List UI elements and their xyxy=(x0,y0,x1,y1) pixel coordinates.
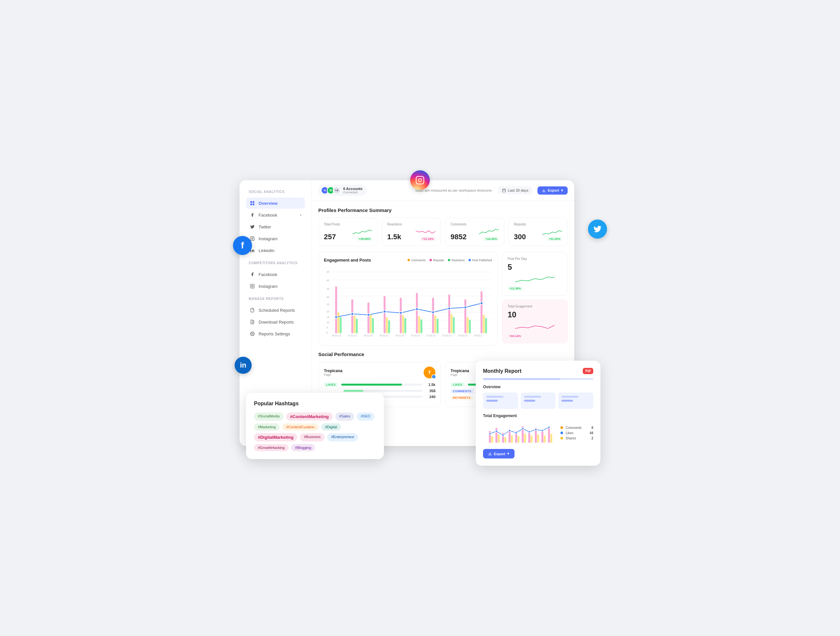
social-logo-container-0: T f xyxy=(424,366,436,379)
sidebar-item-comp-facebook[interactable]: Facebook xyxy=(246,269,305,280)
facebook-sidebar-label: Facebook xyxy=(259,213,277,218)
report-export-button[interactable]: Export ▾ xyxy=(483,449,515,458)
svg-text:30-01-22: 30-01-22 xyxy=(395,335,404,337)
sidebar-item-instagram[interactable]: Instagram xyxy=(246,233,305,244)
hashtag-chip-7[interactable]: #DigitalMarketing xyxy=(254,433,297,441)
svg-point-74 xyxy=(432,311,434,314)
linkedin-sidebar-label: Linkedin xyxy=(259,248,274,253)
social-card-info-0: Tropicana Page xyxy=(324,369,343,376)
monthly-chart-svg xyxy=(483,421,557,444)
stat-trend-2: +24.45% xyxy=(479,228,499,241)
sidebar-item-facebook[interactable]: Facebook ▾ xyxy=(246,209,305,221)
hashtag-chip-10[interactable]: #GrowthHacking xyxy=(254,444,289,451)
hashtag-chip-9[interactable]: #Enterpreneur xyxy=(327,433,358,441)
hashtag-chip-5[interactable]: #ContentCuration xyxy=(282,423,318,431)
download-reports-label: Download Reports xyxy=(259,320,294,325)
instagram-icon[interactable] xyxy=(410,170,430,190)
hashtag-chip-0[interactable]: #SocialMedia xyxy=(254,412,284,421)
sidebar-item-download-reports[interactable]: Download Reports xyxy=(246,316,305,328)
social-card-header-0: Tropicana Page T f xyxy=(324,366,436,379)
manage-reports-section: MANAGE REPORTS xyxy=(246,297,305,301)
linkedin-letter: in xyxy=(240,361,246,369)
export-chevron: ▾ xyxy=(561,188,563,193)
sidebar-item-scheduled-reports[interactable]: Scheduled Reports xyxy=(246,305,305,316)
retweets-value-0: 240 xyxy=(426,395,436,399)
eng-label-shares: Shares xyxy=(566,437,589,440)
hashtags-panel: Popular Hashtags #SocialMedia #ContentMa… xyxy=(246,393,384,459)
report-download-icon xyxy=(488,452,492,456)
svg-rect-39 xyxy=(351,299,354,333)
eng-label-comments: Comments xyxy=(566,426,589,429)
post-per-day-value: 5 xyxy=(508,262,562,272)
facebook-letter: f xyxy=(241,240,244,251)
svg-rect-43 xyxy=(416,293,418,333)
svg-point-75 xyxy=(448,307,450,310)
stat-label-1: Reactions xyxy=(387,223,436,226)
hashtag-chip-3[interactable]: #SEO xyxy=(357,412,374,421)
metric-row-likes-0: LIKES 1.5k xyxy=(324,382,436,387)
svg-point-68 xyxy=(335,316,337,318)
hashtag-chip-1[interactable]: #ContentMarketing xyxy=(286,412,333,421)
svg-text:27-01-22: 27-01-22 xyxy=(348,335,357,337)
legend-label-comments: Comments xyxy=(411,259,426,262)
svg-text:03-02-22: 03-02-22 xyxy=(458,335,467,337)
monthly-report-panel: Monthly Report Pdf Overview Total Engage… xyxy=(476,361,600,466)
svg-rect-65 xyxy=(453,317,455,333)
download-reports-icon xyxy=(249,319,255,325)
export-button[interactable]: Export ▾ xyxy=(537,186,568,195)
retweets-tag-1: RETWEETS xyxy=(450,395,473,400)
hashtag-chip-2[interactable]: #Sales xyxy=(335,412,354,421)
svg-text:30: 30 xyxy=(327,296,330,299)
sidebar-item-reports-settings[interactable]: Reports Settings xyxy=(246,328,305,339)
hashtag-chip-4[interactable]: #Marketing xyxy=(254,423,279,431)
report-title: Monthly Report xyxy=(483,368,521,374)
svg-rect-55 xyxy=(450,314,453,333)
svg-rect-57 xyxy=(483,315,485,333)
stat-card-reposts: Reposts 300 +31.25% xyxy=(508,218,568,246)
svg-text:35: 35 xyxy=(327,287,330,290)
accounts-badge[interactable]: A B +4 6 Accounts Connected xyxy=(318,185,366,196)
svg-rect-62 xyxy=(404,318,406,333)
sidebar-item-comp-instagram[interactable]: Instagram xyxy=(246,281,305,292)
likes-tag-1: LIKES xyxy=(450,382,465,387)
hashtag-chip-11[interactable]: #Blogging xyxy=(291,444,315,451)
eng-legend-likes: Likes 44 xyxy=(561,431,593,435)
sidebar-item-linkedin[interactable]: Linkedin xyxy=(246,245,305,256)
svg-rect-51 xyxy=(386,317,388,333)
twitter-icon[interactable] xyxy=(588,219,607,238)
svg-point-14 xyxy=(252,333,253,335)
svg-rect-106 xyxy=(544,436,546,443)
legend-dot-comments xyxy=(407,259,410,261)
svg-rect-105 xyxy=(537,434,539,443)
svg-rect-58 xyxy=(339,317,341,333)
grid-icon xyxy=(249,200,255,206)
svg-point-113 xyxy=(522,428,524,429)
legend-dot-post-published xyxy=(469,259,471,261)
svg-rect-100 xyxy=(504,437,506,443)
hashtags-grid: #SocialMedia #ContentMarketing #Sales #S… xyxy=(254,412,376,451)
svg-rect-4 xyxy=(253,201,254,203)
chart-title: Engagement and Posts xyxy=(324,257,371,262)
hashtag-chip-8[interactable]: #Business xyxy=(300,433,325,441)
stats-row: Total Posts 257 +39.69% xyxy=(318,218,568,246)
avatar-plus: +4 xyxy=(333,186,341,194)
linkedin-icon[interactable]: in xyxy=(235,357,252,374)
svg-text:20: 20 xyxy=(327,310,330,313)
sidebar-item-twitter[interactable]: Twitter xyxy=(246,221,305,232)
facebook-icon[interactable]: f xyxy=(233,236,252,255)
date-filter[interactable]: Last 30 days xyxy=(498,186,532,194)
sidebar-item-overview[interactable]: Overview xyxy=(246,197,305,209)
report-export-chevron: ▾ xyxy=(507,451,509,456)
hashtag-chip-6[interactable]: #Digital xyxy=(321,423,341,431)
chart-svg-container: 45 40 35 30 25 20 15 10 5 0 xyxy=(324,267,492,340)
total-engagement-sparkline xyxy=(508,321,562,331)
svg-point-77 xyxy=(480,302,483,305)
svg-rect-42 xyxy=(399,298,402,333)
date-range-label: Last 30 days xyxy=(508,188,528,192)
stat-value-row-1: 1.5k +12.32% xyxy=(387,228,436,241)
svg-text:31-01-22: 31-01-22 xyxy=(411,335,420,337)
stat-label-2: Comments xyxy=(450,223,499,226)
eng-value-comments: 8 xyxy=(591,426,593,429)
svg-text:29-01-22: 29-01-22 xyxy=(379,335,388,337)
eng-value-shares: 2 xyxy=(591,437,593,440)
